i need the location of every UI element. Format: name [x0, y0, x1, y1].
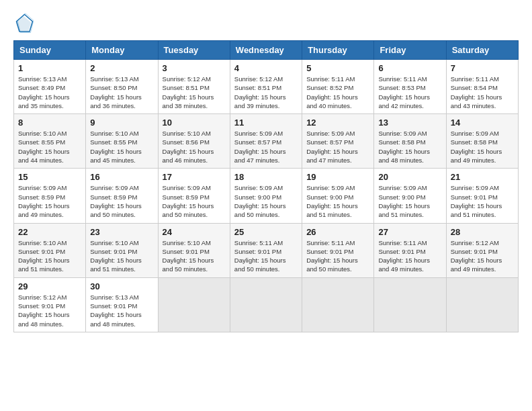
day-info: Sunrise: 5:10 AMSunset: 8:55 PMDaylight:… — [90, 130, 142, 164]
calendar-cell: 9 Sunrise: 5:10 AMSunset: 8:55 PMDayligh… — [86, 114, 158, 169]
calendar-cell: 7 Sunrise: 5:11 AMSunset: 8:54 PMDayligh… — [446, 60, 518, 114]
day-number: 28 — [451, 227, 514, 237]
day-number: 15 — [18, 172, 81, 182]
day-number: 24 — [163, 227, 226, 237]
calendar-cell: 3 Sunrise: 5:12 AMSunset: 8:51 PMDayligh… — [158, 60, 230, 114]
calendar-cell — [158, 277, 230, 332]
day-info: Sunrise: 5:11 AMSunset: 9:01 PMDaylight:… — [234, 239, 286, 273]
day-info: Sunrise: 5:13 AMSunset: 8:50 PMDaylight:… — [90, 75, 142, 109]
calendar-cell: 23 Sunrise: 5:10 AMSunset: 9:01 PMDaylig… — [86, 223, 158, 277]
calendar-cell: 27 Sunrise: 5:11 AMSunset: 9:01 PMDaylig… — [374, 223, 446, 277]
day-info: Sunrise: 5:09 AMSunset: 8:58 PMDaylight:… — [451, 130, 502, 164]
day-number: 10 — [163, 118, 226, 128]
calendar-cell: 6 Sunrise: 5:11 AMSunset: 8:53 PMDayligh… — [374, 60, 446, 114]
day-info: Sunrise: 5:13 AMSunset: 9:01 PMDaylight:… — [90, 293, 142, 328]
column-header-tuesday: Tuesday — [158, 41, 230, 60]
calendar-cell: 18 Sunrise: 5:09 AMSunset: 9:00 PMDaylig… — [230, 169, 302, 223]
calendar-cell: 28 Sunrise: 5:12 AMSunset: 9:01 PMDaylig… — [446, 223, 518, 277]
calendar-header-row: SundayMondayTuesdayWednesdayThursdayFrid… — [14, 41, 519, 60]
calendar-cell: 24 Sunrise: 5:10 AMSunset: 9:01 PMDaylig… — [158, 223, 230, 277]
day-info: Sunrise: 5:10 AMSunset: 9:01 PMDaylight:… — [163, 239, 214, 273]
calendar-cell: 19 Sunrise: 5:09 AMSunset: 9:00 PMDaylig… — [302, 169, 374, 223]
day-info: Sunrise: 5:11 AMSunset: 9:01 PMDaylight:… — [378, 239, 430, 273]
day-number: 13 — [378, 118, 441, 128]
day-number: 2 — [90, 63, 153, 73]
calendar-week-row: 8 Sunrise: 5:10 AMSunset: 8:55 PMDayligh… — [14, 114, 519, 169]
day-info: Sunrise: 5:09 AMSunset: 9:01 PMDaylight:… — [451, 184, 502, 218]
calendar-cell: 14 Sunrise: 5:09 AMSunset: 8:58 PMDaylig… — [446, 114, 518, 169]
day-number: 22 — [18, 227, 81, 237]
day-number: 19 — [306, 172, 369, 182]
day-info: Sunrise: 5:09 AMSunset: 9:00 PMDaylight:… — [306, 184, 358, 218]
day-info: Sunrise: 5:11 AMSunset: 8:53 PMDaylight:… — [378, 75, 430, 109]
column-header-monday: Monday — [86, 41, 158, 60]
day-number: 26 — [306, 227, 369, 237]
calendar-cell: 8 Sunrise: 5:10 AMSunset: 8:55 PMDayligh… — [14, 114, 86, 169]
calendar-cell: 13 Sunrise: 5:09 AMSunset: 8:58 PMDaylig… — [374, 114, 446, 169]
column-header-friday: Friday — [374, 41, 446, 60]
day-number: 20 — [378, 172, 441, 182]
header — [13, 13, 519, 34]
day-number: 7 — [451, 63, 514, 73]
calendar-cell: 21 Sunrise: 5:09 AMSunset: 9:01 PMDaylig… — [446, 169, 518, 223]
calendar-cell: 16 Sunrise: 5:09 AMSunset: 8:59 PMDaylig… — [86, 169, 158, 223]
calendar-week-row: 22 Sunrise: 5:10 AMSunset: 9:01 PMDaylig… — [14, 223, 519, 277]
column-header-wednesday: Wednesday — [230, 41, 302, 60]
calendar-cell: 2 Sunrise: 5:13 AMSunset: 8:50 PMDayligh… — [86, 60, 158, 114]
day-number: 30 — [90, 281, 153, 291]
day-info: Sunrise: 5:11 AMSunset: 8:54 PMDaylight:… — [451, 75, 502, 109]
day-info: Sunrise: 5:09 AMSunset: 8:59 PMDaylight:… — [18, 184, 70, 218]
calendar-cell: 30 Sunrise: 5:13 AMSunset: 9:01 PMDaylig… — [86, 277, 158, 332]
day-info: Sunrise: 5:12 AMSunset: 8:51 PMDaylight:… — [234, 75, 286, 109]
calendar-cell: 29 Sunrise: 5:12 AMSunset: 9:01 PMDaylig… — [14, 277, 86, 332]
logo — [13, 13, 38, 34]
day-number: 8 — [18, 118, 81, 128]
day-number: 17 — [163, 172, 226, 182]
calendar-cell — [230, 277, 302, 332]
day-number: 27 — [378, 227, 441, 237]
day-info: Sunrise: 5:10 AMSunset: 9:01 PMDaylight:… — [18, 239, 70, 273]
day-number: 11 — [234, 118, 298, 128]
day-info: Sunrise: 5:10 AMSunset: 9:01 PMDaylight:… — [90, 239, 142, 273]
day-number: 3 — [163, 63, 226, 73]
calendar-cell: 11 Sunrise: 5:09 AMSunset: 8:57 PMDaylig… — [230, 114, 302, 169]
calendar-cell: 25 Sunrise: 5:11 AMSunset: 9:01 PMDaylig… — [230, 223, 302, 277]
day-number: 6 — [378, 63, 441, 73]
day-number: 12 — [306, 118, 369, 128]
day-info: Sunrise: 5:12 AMSunset: 9:01 PMDaylight:… — [18, 293, 70, 328]
day-info: Sunrise: 5:11 AMSunset: 9:01 PMDaylight:… — [306, 239, 358, 273]
calendar-cell: 22 Sunrise: 5:10 AMSunset: 9:01 PMDaylig… — [14, 223, 86, 277]
day-info: Sunrise: 5:09 AMSunset: 9:00 PMDaylight:… — [378, 184, 430, 218]
day-number: 23 — [90, 227, 153, 237]
day-number: 18 — [234, 172, 298, 182]
day-number: 5 — [306, 63, 369, 73]
calendar-week-row: 15 Sunrise: 5:09 AMSunset: 8:59 PMDaylig… — [14, 169, 519, 223]
day-number: 29 — [18, 281, 81, 291]
calendar-cell: 4 Sunrise: 5:12 AMSunset: 8:51 PMDayligh… — [230, 60, 302, 114]
calendar-cell: 17 Sunrise: 5:09 AMSunset: 8:59 PMDaylig… — [158, 169, 230, 223]
day-number: 4 — [234, 63, 298, 73]
day-info: Sunrise: 5:09 AMSunset: 9:00 PMDaylight:… — [234, 184, 286, 218]
calendar-cell: 26 Sunrise: 5:11 AMSunset: 9:01 PMDaylig… — [302, 223, 374, 277]
day-info: Sunrise: 5:09 AMSunset: 8:57 PMDaylight:… — [306, 130, 358, 164]
calendar-week-row: 29 Sunrise: 5:12 AMSunset: 9:01 PMDaylig… — [14, 277, 519, 332]
calendar-cell: 10 Sunrise: 5:10 AMSunset: 8:56 PMDaylig… — [158, 114, 230, 169]
calendar-cell: 5 Sunrise: 5:11 AMSunset: 8:52 PMDayligh… — [302, 60, 374, 114]
logo-icon — [13, 13, 34, 34]
column-header-thursday: Thursday — [302, 41, 374, 60]
day-info: Sunrise: 5:10 AMSunset: 8:55 PMDaylight:… — [18, 130, 70, 164]
calendar-cell: 20 Sunrise: 5:09 AMSunset: 9:00 PMDaylig… — [374, 169, 446, 223]
column-header-sunday: Sunday — [14, 41, 86, 60]
day-info: Sunrise: 5:09 AMSunset: 8:59 PMDaylight:… — [163, 184, 214, 218]
day-info: Sunrise: 5:13 AMSunset: 8:49 PMDaylight:… — [18, 75, 70, 109]
day-number: 16 — [90, 172, 153, 182]
day-number: 21 — [451, 172, 514, 182]
day-number: 25 — [234, 227, 298, 237]
day-info: Sunrise: 5:09 AMSunset: 8:58 PMDaylight:… — [378, 130, 430, 164]
day-number: 9 — [90, 118, 153, 128]
day-info: Sunrise: 5:11 AMSunset: 8:52 PMDaylight:… — [306, 75, 358, 109]
calendar-cell — [302, 277, 374, 332]
day-info: Sunrise: 5:12 AMSunset: 8:51 PMDaylight:… — [163, 75, 214, 109]
calendar-cell: 12 Sunrise: 5:09 AMSunset: 8:57 PMDaylig… — [302, 114, 374, 169]
day-number: 1 — [18, 63, 81, 73]
